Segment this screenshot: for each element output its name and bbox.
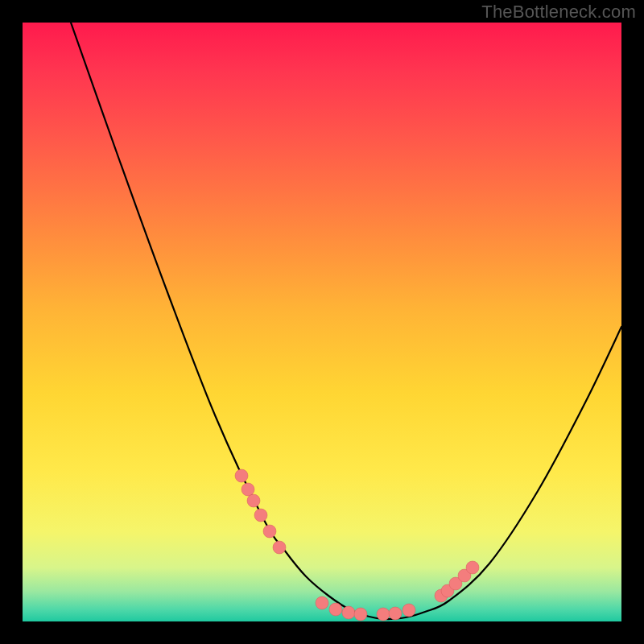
data-bead (263, 525, 276, 538)
bottleneck-curve (23, 23, 621, 621)
data-bead (254, 509, 267, 522)
data-bead (342, 606, 355, 619)
data-bead (377, 608, 390, 621)
data-bead (354, 608, 367, 621)
watermark-label: TheBottleneck.com (481, 2, 636, 23)
data-bead (389, 607, 402, 620)
data-bead (235, 469, 248, 482)
data-beads (235, 469, 479, 621)
data-bead (273, 541, 286, 554)
data-bead (329, 603, 342, 616)
chart-frame: TheBottleneck.com (0, 0, 644, 644)
data-bead (402, 604, 415, 617)
data-bead (242, 483, 254, 496)
plot-area (23, 23, 621, 621)
data-bead (466, 561, 479, 574)
data-bead (247, 494, 260, 507)
data-bead (316, 597, 328, 609)
